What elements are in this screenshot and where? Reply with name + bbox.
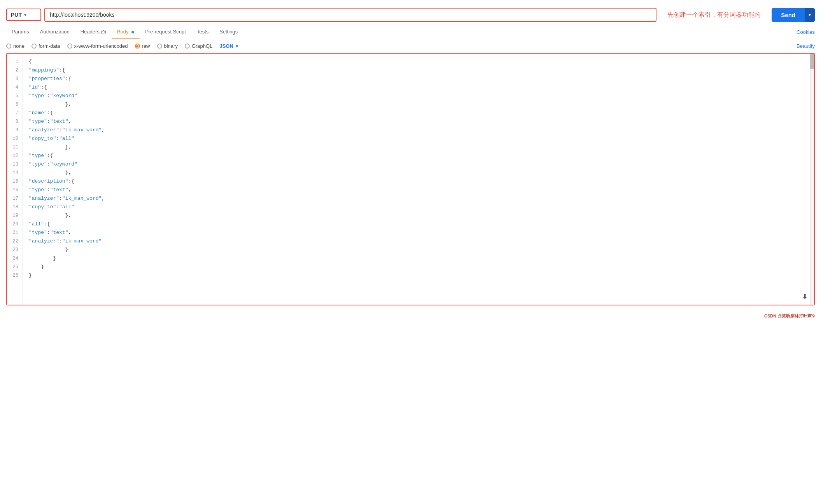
line-number: 18 (7, 203, 22, 211)
tab-settings[interactable]: Settings (214, 25, 243, 39)
code-line: "type":"keyword" (29, 160, 808, 169)
line-number: 19 (7, 211, 22, 220)
line-number: 5 (7, 92, 22, 100)
format-select-arrow[interactable]: ▾ (236, 43, 238, 49)
line-number: 13 (7, 160, 22, 169)
code-line: } (29, 246, 808, 254)
code-line: "id":{ (29, 83, 808, 92)
url-bar-row: PUT ▾ 先创建一个索引，有分词器功能的 Send ▾ (0, 5, 821, 25)
cookies-link[interactable]: Cookies (796, 29, 815, 35)
code-line: "type":"keyword" (29, 92, 808, 100)
format-select-group: JSON ▾ (219, 43, 238, 49)
url-input-wrapper (44, 8, 656, 22)
tab-body[interactable]: Body (112, 25, 140, 39)
line-number: 8 (7, 117, 22, 126)
line-number: 25 (7, 263, 22, 271)
body-active-dot (131, 31, 134, 33)
code-line: "analyzer":"ik_max_word" (29, 237, 808, 246)
option-graphql[interactable]: GraphQL (185, 43, 212, 49)
line-number: 24 (7, 254, 22, 263)
line-number: 1 (7, 58, 22, 66)
radio-none (6, 44, 11, 49)
line-number: 20 (7, 220, 22, 228)
radio-graphql (185, 44, 190, 49)
method-text: PUT (11, 12, 22, 18)
code-line: "name":{ (29, 109, 808, 117)
beautify-link[interactable]: Beautify (796, 43, 815, 49)
option-binary[interactable]: binary (157, 43, 178, 49)
code-line: }, (29, 211, 808, 220)
tabs-row: Params Authorization Headers (9) Body Pr… (0, 25, 821, 39)
code-line: "type":{ (29, 152, 808, 160)
code-line: "type":"text", (29, 186, 808, 194)
method-selector[interactable]: PUT ▾ (6, 9, 41, 21)
code-line: "analyzer":"ik_max_word", (29, 194, 808, 203)
code-line: } (29, 263, 808, 271)
radio-form-data (32, 44, 37, 49)
line-number: 22 (7, 237, 22, 246)
format-select-label[interactable]: JSON (219, 43, 233, 49)
radio-raw (135, 44, 140, 49)
headers-badge: (9) (101, 30, 106, 34)
line-number: 2 (7, 66, 22, 75)
line-number: 17 (7, 194, 22, 203)
line-number: 14 (7, 169, 22, 177)
code-line: "analyzer":"ik_max_word", (29, 126, 808, 134)
code-line: }, (29, 100, 808, 109)
method-dropdown-arrow: ▾ (24, 12, 26, 17)
code-line: "properties":{ (29, 75, 808, 83)
tab-params[interactable]: Params (6, 25, 35, 39)
line-number: 16 (7, 186, 22, 194)
radio-binary (157, 44, 162, 49)
code-line: } (29, 271, 808, 280)
tab-authorization[interactable]: Authorization (35, 25, 75, 39)
code-line: } (29, 254, 808, 263)
url-input[interactable] (45, 9, 656, 21)
tab-headers[interactable]: Headers (9) (75, 25, 112, 39)
scrollbar-track[interactable] (810, 54, 814, 305)
option-urlencoded[interactable]: x-www-form-urlencoded (67, 43, 128, 49)
send-button[interactable]: Send (772, 8, 805, 22)
scrollbar-thumb[interactable] (810, 54, 814, 69)
radio-urlencoded (67, 44, 72, 49)
line-number: 23 (7, 246, 22, 254)
tab-tests[interactable]: Tests (191, 25, 214, 39)
code-line: "type":"text", (29, 228, 808, 237)
send-btn-group: Send ▾ (772, 8, 815, 22)
option-raw[interactable]: raw (135, 43, 150, 49)
option-none[interactable]: none (6, 43, 25, 49)
send-dropdown-button[interactable]: ▾ (805, 8, 815, 22)
body-options-row: none form-data x-www-form-urlencoded raw… (0, 39, 821, 53)
main-container: PUT ▾ 先创建一个索引，有分词器功能的 Send ▾ Params Auth… (0, 0, 821, 504)
footer-logo: CSDN @莫听穿林打叶声© (764, 314, 815, 318)
line-number: 15 (7, 177, 22, 186)
code-line: "all":{ (29, 220, 808, 228)
code-line: }, (29, 143, 808, 152)
code-line: "description":{ (29, 177, 808, 186)
line-number: 3 (7, 75, 22, 83)
line-number: 26 (7, 271, 22, 280)
line-numbers: 1234567891011121314151617181920212223242… (7, 54, 23, 305)
code-content[interactable]: { "mappings":{ "properties":{ "id":{ "ty… (23, 54, 814, 305)
option-form-data[interactable]: form-data (32, 43, 60, 49)
code-line: "type":"text", (29, 117, 808, 126)
code-line: "copy_to":"all" (29, 203, 808, 211)
code-line: { (29, 58, 808, 66)
footer: CSDN @莫听穿林打叶声© (0, 312, 821, 322)
scroll-bottom-indicator: ⬇ (802, 292, 808, 301)
line-number: 12 (7, 152, 22, 160)
line-number: 9 (7, 126, 22, 134)
code-line: "copy_to":"all" (29, 134, 808, 143)
code-line: "mappings":{ (29, 66, 808, 75)
line-number: 4 (7, 83, 22, 92)
line-number: 10 (7, 134, 22, 143)
line-number: 21 (7, 228, 22, 237)
code-editor: 1234567891011121314151617181920212223242… (6, 53, 815, 305)
chinese-hint: 先创建一个索引，有分词器功能的 (660, 11, 768, 19)
code-line: }, (29, 169, 808, 177)
line-number: 6 (7, 100, 22, 109)
tab-prerequest[interactable]: Pre-request Script (140, 25, 191, 39)
line-number: 7 (7, 109, 22, 117)
line-number: 11 (7, 143, 22, 152)
